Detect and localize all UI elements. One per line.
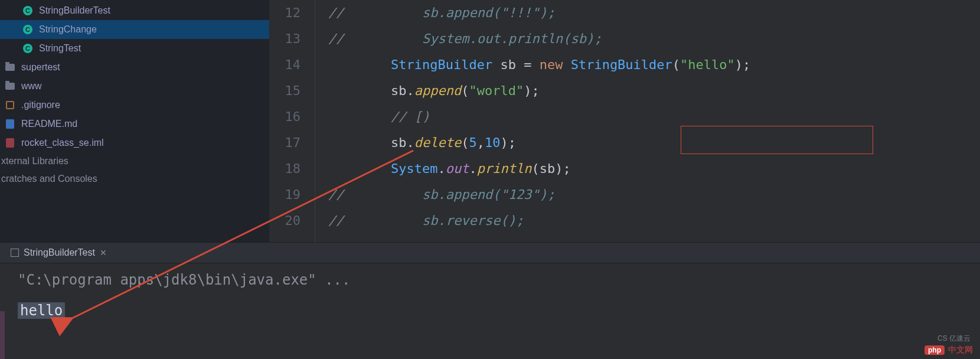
- tree-section-scratches[interactable]: cratches and Consoles: [0, 170, 269, 188]
- code-line[interactable]: // [): [328, 104, 980, 130]
- code-line[interactable]: // System.out.println(sb);: [328, 26, 980, 52]
- class-icon: C: [22, 24, 33, 35]
- code-line[interactable]: // sb.reverse();: [328, 208, 980, 234]
- line-number: 20: [269, 208, 300, 234]
- folder-icon: [5, 81, 15, 92]
- tree-item-iml[interactable]: rocket_class_se.iml: [0, 133, 269, 152]
- run-console[interactable]: "C:\program apps\jdk8\bin\java.exe" ... …: [0, 263, 980, 359]
- class-icon: C: [22, 43, 33, 54]
- console-output: hello: [18, 302, 65, 319]
- tree-item-folder[interactable]: supertest: [0, 58, 269, 77]
- tree-item-label: www: [21, 81, 42, 92]
- tree-item-label: supertest: [21, 62, 60, 73]
- line-number: 18: [269, 156, 300, 182]
- watermark-badge: php: [925, 345, 945, 355]
- code-line[interactable]: // sb.append("!!!");: [328, 0, 980, 26]
- tree-item-class[interactable]: C StringBuilderTest: [0, 1, 269, 20]
- line-number: 16: [269, 104, 300, 130]
- class-icon: C: [22, 5, 33, 16]
- watermark-text: 中文网: [948, 345, 973, 355]
- tree-item-class-selected[interactable]: C StringChange: [0, 20, 269, 39]
- close-icon[interactable]: ✕: [100, 248, 107, 257]
- tree-item-label: StringBuilderTest: [39, 5, 110, 16]
- tree-item-readme[interactable]: README.md: [0, 115, 269, 133]
- iml-icon: [5, 138, 15, 148]
- console-toolwindow-stripe: [0, 263, 5, 359]
- code-line[interactable]: System.out.println(sb);: [328, 156, 980, 182]
- run-tab[interactable]: StringBuilderTest ✕: [5, 245, 113, 260]
- console-command-line: "C:\program apps\jdk8\bin\java.exe" ...: [18, 272, 975, 288]
- code-area[interactable]: // sb.append("!!!"); // System.out.print…: [315, 0, 980, 242]
- project-tree[interactable]: C StringBuilderTest C StringChange C Str…: [0, 0, 269, 242]
- run-tab-bar[interactable]: StringBuilderTest ✕: [0, 242, 980, 263]
- tree-section-external-libs[interactable]: xternal Libraries: [0, 152, 269, 170]
- tree-item-label: .gitignore: [21, 100, 60, 110]
- tree-item-class[interactable]: C StringTest: [0, 39, 269, 58]
- line-number: 14: [269, 52, 300, 78]
- tree-item-label: StringChange: [39, 24, 97, 35]
- code-line[interactable]: sb.delete(5,10);: [328, 130, 980, 156]
- run-tab-label: StringBuilderTest: [24, 247, 95, 258]
- folder-icon: [5, 62, 15, 73]
- tree-item-gitignore[interactable]: .gitignore: [0, 96, 269, 115]
- gitignore-icon: [5, 100, 15, 110]
- tree-item-label: StringTest: [39, 43, 81, 54]
- code-line[interactable]: StringBuilder sb = new StringBuilder("he…: [328, 52, 980, 78]
- tree-item-label: README.md: [21, 119, 77, 129]
- tree-item-folder[interactable]: www: [0, 77, 269, 96]
- watermark-sub: CS 亿速云: [937, 334, 971, 344]
- code-line[interactable]: sb.append("world");: [328, 78, 980, 104]
- line-number: 19: [269, 182, 300, 208]
- line-number-gutter: 12 13 14 15 16 17 18 19 20: [269, 0, 315, 242]
- line-number: 15: [269, 78, 300, 104]
- line-number: 12: [269, 0, 300, 26]
- tree-item-label: rocket_class_se.iml: [21, 138, 104, 148]
- watermark: php 中文网: [925, 345, 973, 355]
- line-number: 17: [269, 130, 300, 156]
- run-config-icon: [11, 249, 19, 257]
- code-line[interactable]: // sb.append("123");: [328, 182, 980, 208]
- code-editor[interactable]: 12 13 14 15 16 17 18 19 20 // sb.append(…: [269, 0, 980, 242]
- markdown-icon: [5, 119, 15, 129]
- line-number: 13: [269, 26, 300, 52]
